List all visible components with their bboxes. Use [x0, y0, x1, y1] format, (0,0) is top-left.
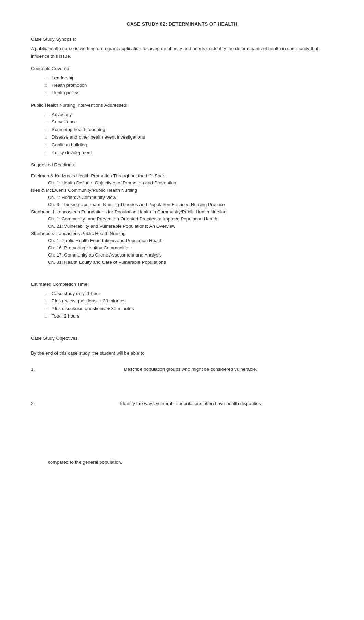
- list-item: Total: 2 hours: [45, 313, 333, 320]
- reading-entry-3: Stanhope & Lancaster's Foundations for P…: [31, 208, 333, 216]
- list-item: Health policy: [45, 90, 333, 96]
- concepts-label: Concepts Covered:: [31, 65, 333, 72]
- objective-number-2: 2.: [31, 400, 48, 407]
- interventions-label: Public Health Nursing Interventions Addr…: [31, 102, 333, 109]
- completion-label: Estimated Completion Time:: [31, 281, 333, 288]
- list-item: Surveillance: [45, 119, 333, 126]
- objective-number-1: 1.: [31, 366, 48, 373]
- list-item: Disease and other health event investiga…: [45, 134, 333, 141]
- readings-section: Edelman & Kudzma's Health Promotion Thro…: [31, 172, 333, 266]
- reading-chapter: Ch. 16: Promoting Healthy Communities: [48, 245, 333, 252]
- objective-1: 1. Describe population groups who might …: [31, 366, 333, 373]
- objective-text-1: Describe population groups who might be …: [48, 366, 333, 373]
- objectives-label: Case Study Objectives:: [31, 335, 333, 342]
- list-item: Screening health teaching: [45, 126, 333, 133]
- reading-chapter: Ch. 1: Health: A Community View: [48, 194, 333, 201]
- list-item: Policy development: [45, 149, 333, 156]
- interventions-list: Advocacy Surveillance Screening health t…: [45, 111, 333, 156]
- reading-chapter: Ch. 1: Public Health Foundations and Pop…: [48, 237, 333, 245]
- reading-chapter: Ch. 1: Health Defined: Objectives of Pro…: [48, 180, 333, 187]
- reading-entry-2: Nies & McEwen's Community/Public Health …: [31, 187, 333, 194]
- completion-list: Case study only: 1 hour Plus review ques…: [45, 290, 333, 320]
- reading-entry-4: Stanhope & Lancaster's Public Health Nur…: [31, 230, 333, 237]
- synopsis-body: A public health nurse is working on a gr…: [31, 45, 333, 60]
- list-item: Plus discussion questions: + 30 minutes: [45, 305, 333, 312]
- list-item: Coalition building: [45, 142, 333, 148]
- synopsis-label: Case Study Synopsis:: [31, 36, 333, 43]
- reading-chapter: Ch. 1: Community- and Prevention-Oriente…: [48, 216, 333, 223]
- compare-text: compared to the general population.: [48, 459, 333, 466]
- list-item: Case study only: 1 hour: [45, 290, 333, 297]
- list-item: Health promotion: [45, 82, 333, 89]
- reading-entry-1: Edelman & Kudzma's Health Promotion Thro…: [31, 172, 333, 180]
- page: CASE STUDY 02: DETERMINANTS OF HEALTH Ca…: [0, 0, 364, 620]
- reading-chapter: Ch. 3: Thinking Upstream: Nursing Theori…: [48, 201, 333, 208]
- concepts-list: Leadership Health promotion Health polic…: [45, 74, 333, 97]
- objective-2: 2. Identify the ways vulnerable populati…: [31, 400, 333, 407]
- list-item: Advocacy: [45, 111, 333, 118]
- page-title: CASE STUDY 02: DETERMINANTS OF HEALTH: [31, 21, 333, 28]
- reading-chapter: Ch. 21: Vulnerability and Vulnerable Pop…: [48, 223, 333, 230]
- list-item: Plus review questions: + 30 minutes: [45, 298, 333, 305]
- objectives-intro: By the end of this case study, the stude…: [31, 349, 333, 357]
- reading-chapter: Ch. 31: Health Equity and Care of Vulner…: [48, 259, 333, 266]
- objective-text-2: Identify the ways vulnerable populations…: [48, 400, 333, 407]
- reading-chapter: Ch. 17: Community as Client: Assessment …: [48, 252, 333, 259]
- list-item: Leadership: [45, 74, 333, 81]
- readings-label: Suggested Readings:: [31, 162, 333, 168]
